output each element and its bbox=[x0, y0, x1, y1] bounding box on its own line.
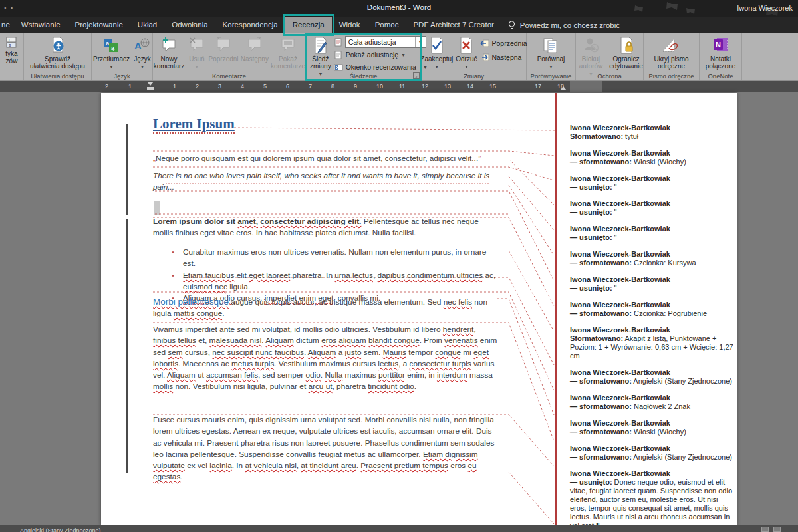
revision-entry[interactable]: Iwona Wieczorek-Bartkowiak— usunięto: Do… bbox=[570, 469, 736, 530]
track-changes-button[interactable]: Śledź zmiany▼ bbox=[310, 35, 331, 78]
revision-pane[interactable]: Iwona Wieczorek-BartkowiakSformatowano: … bbox=[570, 124, 736, 532]
language-button[interactable]: A Język▼ bbox=[134, 35, 151, 70]
revision-entry[interactable]: Iwona Wieczorek-Bartkowiak— usunięto: " bbox=[570, 174, 736, 192]
heading2-paragraph[interactable]: Morbi pellentesque augue quis turpis auc… bbox=[153, 296, 500, 320]
group-label-onenote: OneNote bbox=[700, 72, 741, 80]
tell-me-box[interactable]: Powiedz mi, co chcesz zrobić bbox=[501, 17, 626, 33]
status-bar[interactable]: Angielski (Stany Zjednoczone) bbox=[0, 525, 798, 532]
revision-value: Angielski (Stany Zjednoczone) bbox=[632, 377, 732, 385]
delete-comment-button[interactable]: Usuń▼ bbox=[186, 35, 207, 70]
change-bar bbox=[126, 219, 128, 473]
revision-entry[interactable]: Iwona Wieczorek-Bartkowiak— usunięto: " bbox=[570, 200, 736, 217]
revision-action: — sformatowano: bbox=[570, 428, 632, 436]
check-accessibility-button[interactable]: Sprawdź ułatwienia dostępu bbox=[30, 35, 85, 70]
svg-text:C: C bbox=[9, 38, 12, 42]
revision-entry[interactable]: Iwona Wieczorek-BartkowiakSformatowano: … bbox=[570, 326, 736, 360]
revision-action: — usunięto: bbox=[570, 233, 612, 241]
previous-comment-button[interactable]: Poprzedni bbox=[209, 35, 239, 63]
tab-układ[interactable]: Układ bbox=[130, 17, 164, 33]
new-comment-button[interactable]: Nowy komentarz bbox=[153, 35, 185, 70]
revision-entry[interactable]: Iwona Wieczorek-Bartkowiak— usunięto: " bbox=[570, 225, 736, 242]
ruler-number: 14 bbox=[467, 83, 473, 90]
ruler-number: 10 bbox=[376, 83, 383, 90]
revision-entry[interactable]: Iwona Wieczorek-Bartkowiak— sformatowano… bbox=[570, 368, 736, 386]
ribbon-group-ink: Ukryj pismo odręczne▼ Pismo odręczne bbox=[644, 33, 700, 80]
svg-text:N: N bbox=[716, 41, 721, 49]
quote-paragraph[interactable]: There is no one who loves pain itself, w… bbox=[153, 170, 500, 194]
tab-pdf-architect-7-creator[interactable]: PDF Architect 7 Creator bbox=[406, 17, 501, 33]
restrict-editing-button[interactable]: Ogranicz edytowanie bbox=[610, 35, 643, 70]
ruler-number: 12 bbox=[422, 83, 428, 90]
tab-pomoc[interactable]: Pomoc bbox=[368, 17, 406, 33]
accept-button[interactable]: Zaakceptuj▼ bbox=[420, 35, 453, 70]
body-paragraph[interactable]: Vivamus imperdiet ante sed mi volutpat, … bbox=[153, 324, 500, 393]
word-count-partial-button[interactable]: C3 tyka zów bbox=[5, 35, 17, 65]
selected-paragraph-mark bbox=[154, 201, 160, 215]
block-authors-button[interactable]: Blokuj autorów▼ bbox=[577, 35, 606, 78]
document-title[interactable]: Lorem Ipsum bbox=[153, 118, 500, 132]
display-for-review-combobox[interactable]: Cała adiustacja ▼ bbox=[345, 36, 426, 48]
tracking-dialog-launcher[interactable]: ⌟ bbox=[413, 72, 420, 79]
tab-wstawianie[interactable]: Wstawianie bbox=[14, 17, 68, 33]
first-line-indent-marker[interactable] bbox=[147, 82, 154, 86]
ruler-number: 6 bbox=[286, 83, 289, 90]
view-mode-icon[interactable] bbox=[761, 527, 769, 532]
revision-action: — usunięto: bbox=[570, 183, 612, 191]
revision-action: — sformatowano: bbox=[570, 377, 632, 385]
revision-entry[interactable]: Iwona Wieczorek-BartkowiakSformatowano: … bbox=[570, 124, 736, 141]
revision-entry[interactable]: Iwona Wieczorek-Bartkowiak— sformatowano… bbox=[570, 149, 736, 166]
ribbon-group-onenote: N Notatki połączone OneNote bbox=[700, 33, 742, 80]
next-comment-button[interactable]: Następny bbox=[240, 35, 269, 63]
left-indent-marker[interactable] bbox=[147, 87, 154, 90]
revision-entry[interactable]: Iwona Wieczorek-Bartkowiak— sformatowano… bbox=[570, 250, 736, 267]
linked-notes-button[interactable]: N Notatki połączone bbox=[706, 35, 736, 70]
revision-value: " bbox=[612, 284, 617, 292]
revision-entry[interactable]: Iwona Wieczorek-Bartkowiak— sformatowano… bbox=[570, 394, 736, 411]
body-paragraph[interactable]: „Neque porro quisquam est qui dolorem ip… bbox=[153, 153, 500, 164]
show-comments-button[interactable]: Pokaż komentarze bbox=[271, 35, 305, 70]
revision-action: Sformatowano: bbox=[570, 132, 623, 140]
compare-icon bbox=[542, 37, 559, 54]
tab-projektowanie[interactable]: Projektowanie bbox=[68, 17, 130, 33]
ribbon-group-compare: Porównaj▼ Porównywanie bbox=[527, 33, 576, 80]
tab-korespondencja[interactable]: Korespondencja bbox=[215, 17, 285, 33]
reject-button[interactable]: Odrzuć▼ bbox=[456, 35, 477, 70]
language-icon: A bbox=[134, 37, 151, 54]
revision-value: tytuł bbox=[623, 132, 638, 140]
list-item[interactable]: Curabitur maximus eros non ultrices vene… bbox=[153, 247, 500, 270]
revision-author: Iwona Wieczorek-Bartkowiak bbox=[570, 149, 736, 158]
show-markup-button[interactable]: Pokaż adiustację▼ bbox=[334, 49, 428, 61]
revision-entry[interactable]: Iwona Wieczorek-Bartkowiak— sformatowano… bbox=[570, 444, 736, 462]
body-paragraph[interactable]: Lorem ipsum dolor sit amet, consectetur … bbox=[153, 216, 500, 239]
revision-entry[interactable]: Iwona Wieczorek-Bartkowiak— usunięto: " bbox=[570, 275, 736, 293]
revision-action: — usunięto: bbox=[570, 208, 612, 216]
previous-change-button[interactable]: Poprzednia bbox=[480, 37, 527, 49]
user-name[interactable]: Iwona Wieczorek bbox=[737, 4, 793, 12]
revision-entry[interactable]: Iwona Wieczorek-Bartkowiak— sformatowano… bbox=[570, 301, 736, 318]
previous-change-icon bbox=[480, 39, 489, 47]
tab-odwołania[interactable]: Odwołania bbox=[164, 17, 215, 33]
horizontal-ruler[interactable]: 21···1·2·3·4·5·6·7·8·9·10·11·12·13·14·15… bbox=[0, 81, 798, 92]
document-area: Lorem Ipsum„Neque porro quisquam est qui… bbox=[0, 92, 798, 525]
tab-ne[interactable]: ne bbox=[0, 17, 14, 33]
hide-ink-button[interactable]: Ukryj pismo odręczne▼ bbox=[654, 35, 688, 70]
ruler-number: 18 bbox=[557, 83, 564, 90]
body-paragraph[interactable]: Fusce cursus mauris enim, quis dignissim… bbox=[153, 414, 500, 483]
view-mode-icon[interactable] bbox=[773, 527, 781, 532]
list-item[interactable]: Etiam faucibus elit eget laoreet pharetr… bbox=[153, 270, 500, 293]
revision-entry[interactable]: Iwona Wieczorek-Bartkowiak— sformatowano… bbox=[570, 419, 736, 436]
document-page[interactable]: Lorem Ipsum„Neque porro quisquam est qui… bbox=[101, 93, 737, 525]
ruler-number: 2 bbox=[105, 83, 108, 90]
compare-button[interactable]: Porównaj▼ bbox=[537, 35, 565, 70]
next-change-button[interactable]: Następna bbox=[480, 51, 527, 63]
accessibility-icon bbox=[49, 37, 66, 54]
translate-button[interactable]: aą Przetłumacz▼ bbox=[93, 35, 130, 70]
tab-widok[interactable]: Widok bbox=[332, 17, 368, 33]
reviewing-pane-button[interactable]: Okienko recenzowania▼ bbox=[334, 61, 428, 73]
word-count-icon: C3 bbox=[6, 37, 18, 49]
status-language[interactable]: Angielski (Stany Zjednoczone) bbox=[20, 527, 101, 532]
tab-recenzja[interactable]: Recenzja bbox=[285, 17, 332, 33]
ruler-number: 1 bbox=[173, 83, 176, 90]
revision-author: Iwona Wieczorek-Bartkowiak bbox=[570, 124, 736, 132]
revision-value: " bbox=[612, 208, 617, 216]
